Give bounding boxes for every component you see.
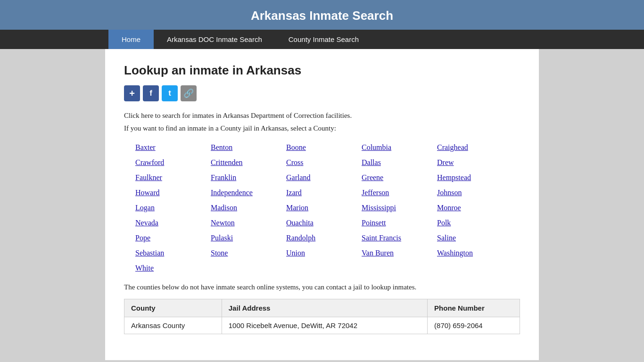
county-link-mississippi[interactable]: Mississippi bbox=[360, 200, 435, 215]
county-link-pope[interactable]: Pope bbox=[133, 230, 209, 246]
col-phone: Phone Number bbox=[428, 299, 520, 317]
county-link-jefferson[interactable]: Jefferson bbox=[360, 185, 435, 200]
county-link-columbia[interactable]: Columbia bbox=[360, 140, 435, 155]
site-title: Arkansas Inmate Search bbox=[251, 8, 393, 23]
county-link-sebastian[interactable]: Sebastian bbox=[133, 246, 209, 261]
county-intro: If you want to find an inmate in a Count… bbox=[124, 124, 520, 132]
table-cell-1: 1000 Ricebelt Avenue, DeWitt, AR 72042 bbox=[222, 317, 427, 334]
facebook-button[interactable]: f bbox=[143, 85, 159, 101]
main-content: Lookup an inmate in Arkansas + f t 🔗 Cli… bbox=[105, 49, 539, 360]
county-link-nevada[interactable]: Nevada bbox=[133, 215, 209, 230]
county-link-craighead[interactable]: Craighead bbox=[435, 140, 511, 155]
county-link-madison[interactable]: Madison bbox=[209, 200, 284, 215]
intro-text: Click here to search for inmates in Arka… bbox=[124, 112, 520, 120]
county-link-union[interactable]: Union bbox=[284, 246, 360, 261]
county-link-crawford[interactable]: Crawford bbox=[133, 155, 209, 170]
county-link-saint-francis[interactable]: Saint Francis bbox=[360, 230, 435, 246]
table-row: Arkansas County1000 Ricebelt Avenue, DeW… bbox=[124, 317, 520, 334]
table-cell-0: Arkansas County bbox=[124, 317, 222, 334]
county-link-independence[interactable]: Independence bbox=[209, 185, 284, 200]
county-grid: BaxterBentonBooneColumbiaCraigheadCrawfo… bbox=[133, 140, 511, 276]
county-link-polk[interactable]: Polk bbox=[435, 215, 511, 230]
county-link-dallas[interactable]: Dallas bbox=[360, 155, 435, 170]
nav-bar: Home Arkansas DOC Inmate Search County I… bbox=[0, 30, 644, 49]
county-link-white[interactable]: White bbox=[133, 261, 209, 276]
col-address: Jail Address bbox=[222, 299, 427, 317]
county-link-greene[interactable]: Greene bbox=[360, 170, 435, 185]
social-icons: + f t 🔗 bbox=[124, 85, 520, 101]
col-county: County bbox=[124, 299, 222, 317]
county-link-johnson[interactable]: Johnson bbox=[435, 185, 511, 200]
nav-doc-search[interactable]: Arkansas DOC Inmate Search bbox=[154, 30, 275, 49]
county-link-drew[interactable]: Drew bbox=[435, 155, 511, 170]
county-link-cross[interactable]: Cross bbox=[284, 155, 360, 170]
county-link-boone[interactable]: Boone bbox=[284, 140, 360, 155]
county-link-stone[interactable]: Stone bbox=[209, 246, 284, 261]
county-link-ouachita[interactable]: Ouachita bbox=[284, 215, 360, 230]
county-link-benton[interactable]: Benton bbox=[209, 140, 284, 155]
share-button[interactable]: + bbox=[124, 85, 140, 101]
county-link-randolph[interactable]: Randolph bbox=[284, 230, 360, 246]
county-link-poinsett[interactable]: Poinsett bbox=[360, 215, 435, 230]
site-header: Arkansas Inmate Search bbox=[0, 0, 644, 30]
table-body: Arkansas County1000 Ricebelt Avenue, DeW… bbox=[124, 317, 520, 334]
county-link-faulkner[interactable]: Faulkner bbox=[133, 170, 209, 185]
doc-search-link[interactable]: Click here bbox=[124, 112, 153, 119]
no-system-text: The counties below do not have inmate se… bbox=[124, 283, 520, 291]
county-link-franklin[interactable]: Franklin bbox=[209, 170, 284, 185]
page-heading: Lookup an inmate in Arkansas bbox=[124, 63, 520, 78]
link-button[interactable]: 🔗 bbox=[181, 85, 197, 101]
county-link-pulaski[interactable]: Pulaski bbox=[209, 230, 284, 246]
county-link-newton[interactable]: Newton bbox=[209, 215, 284, 230]
county-link-washington[interactable]: Washington bbox=[435, 246, 511, 261]
county-link-logan[interactable]: Logan bbox=[133, 200, 209, 215]
county-link-crittenden[interactable]: Crittenden bbox=[209, 155, 284, 170]
county-link-howard[interactable]: Howard bbox=[133, 185, 209, 200]
county-table: County Jail Address Phone Number Arkansa… bbox=[124, 299, 520, 334]
county-link-van-buren[interactable]: Van Buren bbox=[360, 246, 435, 261]
table-cell-2: (870) 659-2064 bbox=[428, 317, 520, 334]
nav-home[interactable]: Home bbox=[108, 30, 154, 49]
county-link-monroe[interactable]: Monroe bbox=[435, 200, 511, 215]
county-link-marion[interactable]: Marion bbox=[284, 200, 360, 215]
county-link-izard[interactable]: Izard bbox=[284, 185, 360, 200]
county-link-hempstead[interactable]: Hempstead bbox=[435, 170, 511, 185]
nav-county-search[interactable]: County Inmate Search bbox=[275, 30, 372, 49]
county-link-saline[interactable]: Saline bbox=[435, 230, 511, 246]
table-header: County Jail Address Phone Number bbox=[124, 299, 520, 317]
county-link-garland[interactable]: Garland bbox=[284, 170, 360, 185]
county-link-baxter[interactable]: Baxter bbox=[133, 140, 209, 155]
twitter-button[interactable]: t bbox=[162, 85, 178, 101]
